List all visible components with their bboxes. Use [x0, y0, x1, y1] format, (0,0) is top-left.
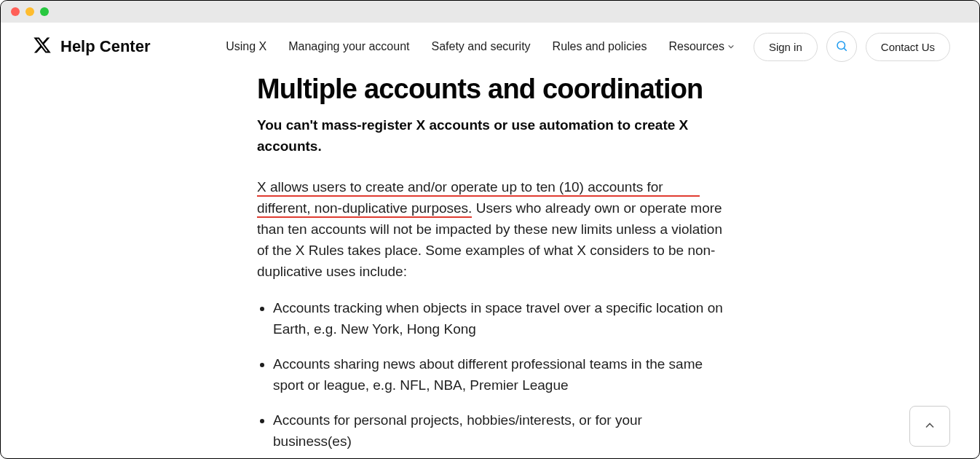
contact-us-button[interactable]: Contact Us — [866, 33, 950, 61]
window-maximize-icon[interactable] — [40, 7, 49, 16]
sign-in-button[interactable]: Sign in — [754, 33, 818, 61]
svg-line-1 — [844, 48, 846, 50]
chevron-down-icon — [727, 40, 735, 53]
chevron-up-icon — [922, 418, 937, 435]
header-actions: Sign in Contact Us — [754, 31, 950, 62]
site-header: Help Center Using X Managing your accoun… — [1, 23, 979, 71]
article-content: Multiple accounts and coordination You c… — [1, 71, 729, 459]
nav-managing-account[interactable]: Managing your account — [288, 40, 409, 53]
search-button[interactable] — [826, 31, 857, 62]
brand-title: Help Center — [60, 37, 150, 56]
examples-list: Accounts tracking when objects in space … — [257, 298, 723, 459]
list-item: Accounts for personal projects, hobbies/… — [273, 410, 723, 452]
nav-resources-label: Resources — [668, 40, 724, 53]
brand[interactable]: Help Center — [33, 36, 150, 58]
underlined-line-1: X allows users to create and/or operate … — [257, 179, 700, 197]
list-item: Accounts tracking when objects in space … — [273, 298, 723, 340]
search-icon — [835, 39, 848, 55]
underlined-line-2: different, non-duplicative purposes. — [257, 200, 472, 218]
main-nav: Using X Managing your account Safety and… — [226, 40, 735, 53]
article-paragraph: X allows users to create and/or operate … — [257, 177, 723, 282]
svg-point-0 — [837, 42, 845, 50]
x-logo-icon — [33, 36, 52, 58]
nav-rules-policies[interactable]: Rules and policies — [553, 40, 647, 53]
window-minimize-icon[interactable] — [25, 7, 34, 16]
window-titlebar — [1, 1, 979, 23]
page-title: Multiple accounts and coordination — [257, 74, 729, 105]
scroll-to-top-button[interactable] — [909, 406, 950, 447]
nav-using-x[interactable]: Using X — [226, 40, 266, 53]
window-close-icon[interactable] — [11, 7, 20, 16]
list-item: Accounts sharing news about different pr… — [273, 354, 723, 396]
article-subtitle: You can't mass-register X accounts or us… — [257, 115, 716, 157]
nav-safety-security[interactable]: Safety and security — [432, 40, 531, 53]
nav-resources[interactable]: Resources — [668, 40, 734, 53]
